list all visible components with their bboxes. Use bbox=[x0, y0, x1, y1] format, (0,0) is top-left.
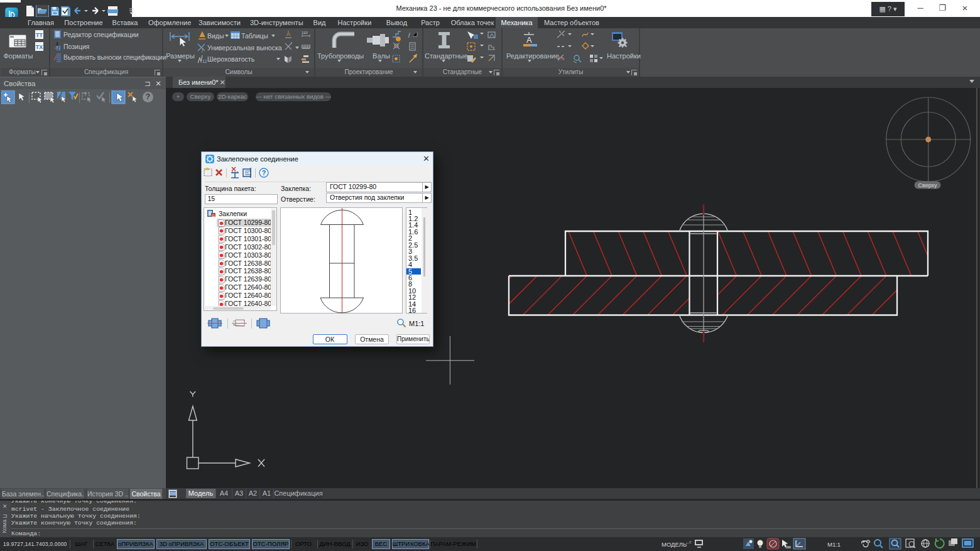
svg-text:TT: TT bbox=[36, 32, 43, 38]
svg-text:12: 12 bbox=[202, 59, 207, 63]
svg-text:G: G bbox=[212, 214, 215, 217]
svg-text:A: A bbox=[526, 35, 532, 45]
svg-text:110: 110 bbox=[302, 31, 308, 35]
svg-text:f: f bbox=[408, 31, 411, 38]
svg-text:?: ? bbox=[262, 170, 266, 177]
svg-text:1: 1 bbox=[56, 41, 58, 46]
svg-text:2: 2 bbox=[57, 46, 60, 50]
svg-text:Сверху: Сверху bbox=[918, 182, 937, 188]
svg-text:TX: TX bbox=[36, 44, 43, 50]
